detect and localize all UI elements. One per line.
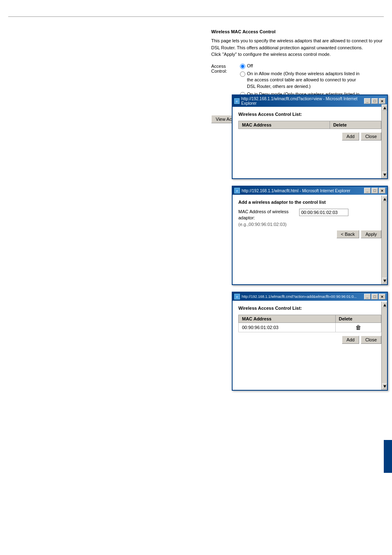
ie-icon: e [234, 98, 240, 104]
popup2-content: Add a wireless adaptor to the control li… [233, 195, 387, 243]
popup3-maximize-btn[interactable]: □ [371, 294, 378, 299]
popup1-col-delete: Delete [330, 121, 381, 129]
radio-allow-label: On in Allow mode (Only those wireless ad… [247, 71, 362, 90]
popup2-title-container: e http://192.168.1.1/wlmacflt.html - Mic… [234, 188, 350, 193]
popup1-titlebar[interactable]: e http://192.168.1.1/wlmacflt.cmd?action… [233, 95, 387, 107]
popup2-scroll-up[interactable]: ▲ [382, 196, 387, 202]
popup3-content: Wireless Access Control List: MAC Addres… [233, 301, 387, 349]
popup3-close-btn[interactable]: × [379, 294, 385, 299]
popup3-spacer [233, 349, 387, 390]
delete-icon[interactable]: 🗑 [355, 324, 361, 331]
popup2-button-row: < Back Apply [238, 230, 381, 238]
popup2-titlebar[interactable]: e http://192.168.1.1/wlmacflt.html - Mic… [233, 187, 387, 195]
popup2-window-controls: _ □ × [364, 188, 385, 193]
popup-window-1: e http://192.168.1.1/wlmacflt.cmd?action… [232, 94, 388, 179]
popup3-button-row: Add Close [238, 336, 381, 344]
mac-field-label: MAC Address of wireless adaptor: (e.g.,0… [238, 209, 296, 228]
popup3-col-delete: Delete [335, 315, 381, 323]
popup1-minimize-btn[interactable]: _ [364, 98, 371, 104]
mac-example: (e.g.,00:90:96:01:02:03) [238, 222, 286, 227]
popup2-section-title: Add a wireless adaptor to the control li… [238, 200, 381, 205]
mac-address-input[interactable] [299, 209, 348, 216]
popup3-add-button[interactable]: Add [342, 336, 359, 344]
popup1-scroll-down[interactable]: ▼ [382, 172, 387, 177]
popup3-scroll-down[interactable]: ▼ [382, 383, 387, 389]
radio-allow[interactable] [240, 71, 245, 77]
popup3-title-container: e http://192.168.1.1/wlmacflt.cmd?action… [234, 294, 357, 299]
popup-window-2: e http://192.168.1.1/wlmacflt.html - Mic… [232, 186, 388, 285]
section-title: Wireless MAC Access Control [211, 29, 384, 34]
description-text: This page lets you to specify the wirele… [211, 37, 384, 58]
popup1-button-row: Add Close [238, 132, 381, 140]
popup2-maximize-btn[interactable]: □ [371, 188, 378, 193]
popup2-scroll-down[interactable]: ▼ [382, 278, 387, 283]
popup2-spacer [233, 243, 387, 284]
mac-address-row: MAC Address of wireless adaptor: (e.g.,0… [238, 209, 381, 228]
radio-off-item: Off [240, 63, 362, 69]
popups-area: e http://192.168.1.1/wlmacflt.cmd?action… [232, 94, 388, 394]
popup3-close-button[interactable]: Close [361, 336, 381, 344]
popup1-scroll-up[interactable]: ▲ [382, 105, 387, 111]
popup2-close-btn[interactable]: × [379, 188, 385, 193]
radio-off-label: Off [247, 63, 253, 69]
popup1-add-button[interactable]: Add [342, 132, 359, 140]
ie-icon-2: e [234, 188, 240, 193]
popup1-mac-table: MAC Address Delete [238, 121, 381, 129]
access-control-label: Access Control: [211, 63, 240, 74]
popup-window-3: e http://192.168.1.1/wlmacflt.cmd?action… [232, 292, 388, 391]
ie-icon-3: e [234, 294, 240, 299]
radio-off[interactable] [240, 64, 245, 69]
radio-allow-item: On in Allow mode (Only those wireless ad… [240, 71, 362, 90]
popup1-title-container: e http://192.168.1.1/wlmacflt.cmd?action… [234, 97, 364, 106]
right-blue-tab [384, 440, 392, 473]
popup2-back-button[interactable]: < Back [337, 230, 360, 238]
popup2-apply-button[interactable]: Apply [361, 230, 381, 238]
popup3-titlebar[interactable]: e http://192.168.1.1/wlmacflt.cmd?action… [233, 292, 387, 301]
popup3-section-title: Wireless Access Control List: [238, 306, 381, 311]
table-row: 00:90:96:01:02:03 🗑 [239, 323, 381, 332]
popup2-title: http://192.168.1.1/wlmacflt.html - Micro… [242, 189, 350, 193]
popup1-col-mac: MAC Address [239, 121, 330, 129]
popup3-mac-table: MAC Address Delete 00:90:96:01:02:03 🗑 [238, 315, 381, 332]
popup3-minimize-btn[interactable]: _ [364, 294, 371, 299]
delete-cell: 🗑 [335, 323, 381, 332]
popup1-close-button[interactable]: Close [361, 132, 381, 140]
popup1-spacer [233, 145, 387, 178]
popup1-maximize-btn[interactable]: □ [371, 98, 378, 104]
popup3-scrollbar[interactable]: ▲ ▼ [381, 302, 387, 390]
popup2-scrollbar[interactable]: ▲ ▼ [381, 196, 387, 284]
popup1-content: Wireless Access Control List: MAC Addres… [233, 107, 387, 145]
popup2-minimize-btn[interactable]: _ [364, 188, 371, 193]
popup1-scrollbar[interactable]: ▲ ▼ [381, 104, 387, 178]
popup3-scroll-up[interactable]: ▲ [382, 302, 387, 308]
popup3-window-controls: _ □ × [364, 294, 385, 299]
popup3-col-mac: MAC Address [239, 315, 336, 323]
popup3-title: http://192.168.1.1/wlmacflt.cmd?action=a… [242, 295, 357, 299]
popup1-window-controls: _ □ × [364, 98, 385, 104]
popup1-section-title: Wireless Access Control List: [238, 112, 381, 117]
popup1-close-btn[interactable]: × [379, 98, 385, 104]
mac-address-cell: 00:90:96:01:02:03 [239, 323, 336, 332]
popup1-title: http://192.168.1.1/wlmacflt.cmd?action=v… [241, 97, 364, 106]
